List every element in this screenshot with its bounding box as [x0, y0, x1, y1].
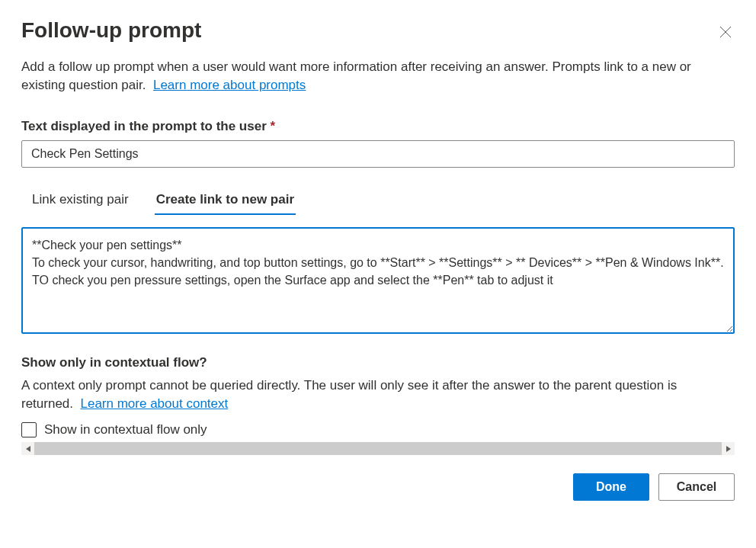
- description-text: Add a follow up prompt when a user would…: [21, 59, 691, 92]
- contextual-checkbox[interactable]: [21, 422, 37, 437]
- horizontal-scrollbar[interactable]: [21, 442, 735, 455]
- learn-more-prompts-link[interactable]: Learn more about prompts: [153, 78, 306, 92]
- contextual-heading: Show only in contextual flow?: [21, 355, 735, 370]
- svg-marker-2: [26, 446, 30, 452]
- tabs: Link existing pair Create link to new pa…: [21, 186, 735, 215]
- dialog-title: Follow-up prompt: [21, 18, 201, 43]
- required-asterisk: *: [271, 119, 276, 133]
- learn-more-context-link[interactable]: Learn more about context: [81, 396, 229, 411]
- tab-link-existing[interactable]: Link existing pair: [30, 186, 130, 215]
- contextual-checkbox-label: Show in contextual flow only: [44, 422, 207, 437]
- display-text-label: Text displayed in the prompt to the user…: [21, 119, 735, 134]
- close-button[interactable]: [716, 23, 735, 41]
- chevron-right-icon: [726, 446, 731, 452]
- dialog-buttons: Done Cancel: [21, 473, 735, 501]
- scroll-right-arrow[interactable]: [722, 442, 735, 455]
- display-text-input[interactable]: [21, 140, 735, 168]
- contextual-description: A context only prompt cannot be queried …: [21, 377, 735, 413]
- tab-create-new[interactable]: Create link to new pair: [155, 186, 296, 215]
- display-text-label-text: Text displayed in the prompt to the user: [21, 119, 267, 133]
- svg-marker-3: [726, 446, 731, 452]
- close-icon: [720, 27, 731, 37]
- chevron-left-icon: [26, 446, 30, 452]
- cancel-button[interactable]: Cancel: [658, 473, 735, 501]
- scroll-left-arrow[interactable]: [21, 442, 34, 455]
- done-button[interactable]: Done: [573, 473, 649, 501]
- dialog-description: Add a follow up prompt when a user would…: [21, 58, 735, 95]
- answer-textarea[interactable]: [21, 227, 735, 334]
- contextual-checkbox-row: Show in contextual flow only: [21, 422, 735, 437]
- scroll-track[interactable]: [34, 442, 722, 455]
